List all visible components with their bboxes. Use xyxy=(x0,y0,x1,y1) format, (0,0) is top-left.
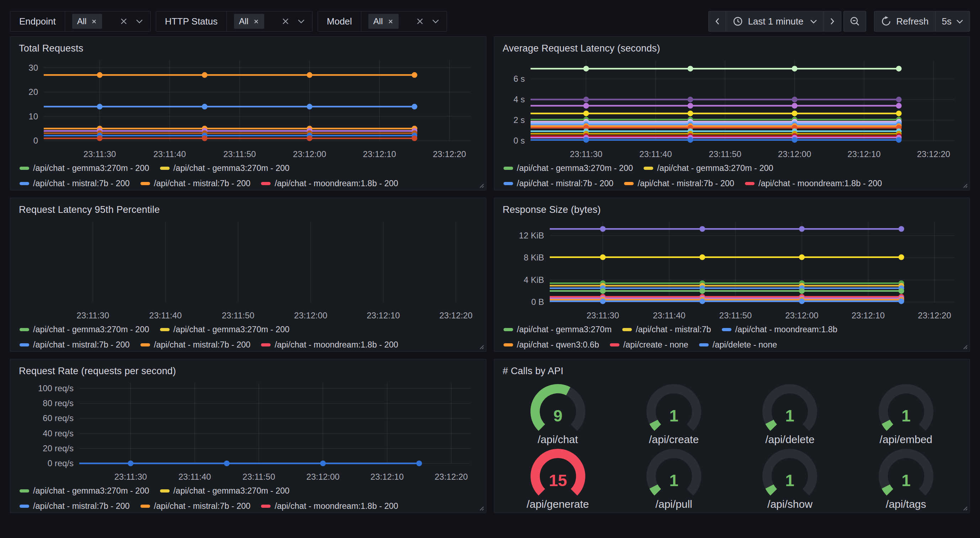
legend-label: /api/chat - gemma3:270m - 200 xyxy=(33,325,150,334)
panel-title[interactable]: Average Request Latency (seconds) xyxy=(503,43,964,54)
legend-item[interactable]: /api/chat - moondream:1.8b - 200 xyxy=(261,179,398,188)
legend-item[interactable]: /api/chat - gemma3:270m - 200 xyxy=(160,163,290,173)
series-point xyxy=(792,111,797,116)
legend-item[interactable]: /api/chat - mistral:7b - 200 xyxy=(140,179,251,188)
panel-resize-handle[interactable] xyxy=(961,505,968,511)
filter-selected-chip[interactable]: All xyxy=(72,14,102,29)
timeseries-chart[interactable]: 23:11:3023:11:4023:11:5023:12:0023:12:10… xyxy=(16,379,480,511)
y-tick-label: 4 KiB xyxy=(523,275,544,285)
panel-title[interactable]: Total Requests xyxy=(19,43,480,54)
legend-item[interactable]: /api/chat - mistral:7b - 200 xyxy=(504,179,614,188)
angle-right-icon xyxy=(830,17,835,26)
legend-item[interactable]: /api/delete - none xyxy=(699,340,777,350)
filter-clear-icon[interactable] xyxy=(416,17,424,25)
timeseries-chart[interactable]: 23:11:3023:11:4023:11:5023:12:0023:12:10… xyxy=(500,217,964,350)
legend-item[interactable]: /api/chat - mistral:7b xyxy=(622,325,711,334)
legend-item[interactable]: /api/chat - moondream:1.8b xyxy=(722,325,837,334)
legend-item[interactable]: /api/chat - gemma3:270m - 200 xyxy=(160,325,290,334)
panel-resize-handle[interactable] xyxy=(478,343,484,350)
chevron-down-icon[interactable] xyxy=(297,19,305,24)
chevron-down-icon[interactable] xyxy=(432,19,439,24)
chart-svg[interactable]: 23:11:3023:11:4023:11:5023:12:0023:12:10… xyxy=(500,217,964,324)
gauge-fill-arc xyxy=(770,486,774,492)
legend-color-chip xyxy=(160,489,170,492)
chart-svg[interactable]: 23:11:3023:11:4023:11:5023:12:0023:12:10… xyxy=(500,56,964,163)
refresh-button[interactable]: Refresh xyxy=(874,11,935,32)
filter-clear-icon[interactable] xyxy=(120,17,128,25)
chevron-down-icon xyxy=(810,19,817,24)
legend-item[interactable]: /api/chat - moondream:1.8b - 200 xyxy=(261,501,398,511)
filter-selected-chip[interactable]: All xyxy=(368,14,399,29)
legend-item[interactable]: /api/chat - mistral:7b - 200 xyxy=(140,340,251,350)
timeseries-chart[interactable]: 23:11:3023:11:4023:11:5023:12:0023:12:10… xyxy=(16,56,480,188)
filter-http-status[interactable]: HTTP Status All xyxy=(156,11,313,32)
chevron-down-icon[interactable] xyxy=(135,19,143,24)
panel-title[interactable]: Response Size (bytes) xyxy=(503,204,964,215)
refresh-interval-dropdown[interactable]: 5s xyxy=(935,11,970,32)
legend-item[interactable]: /api/chat - gemma3:270m - 200 xyxy=(644,163,773,173)
filter-clear-icon[interactable] xyxy=(282,17,290,25)
filter-value-area[interactable]: All xyxy=(227,11,312,31)
legend-item[interactable]: /api/chat - gemma3:270m xyxy=(504,325,612,334)
time-range-picker[interactable]: Last 1 minute xyxy=(726,11,824,32)
legend-item[interactable]: /api/chat - moondream:1.8b - 200 xyxy=(745,179,882,188)
chart-svg[interactable]: 23:11:3023:11:4023:11:5023:12:0023:12:10… xyxy=(16,217,480,324)
legend-label: /api/chat - moondream:1.8b - 200 xyxy=(759,179,882,188)
filter-selected-chip[interactable]: All xyxy=(234,14,264,29)
panel-resize-handle[interactable] xyxy=(478,505,484,511)
legend-item[interactable]: /api/chat - mistral:7b - 200 xyxy=(19,501,130,511)
series-point xyxy=(412,72,417,78)
legend-color-chip xyxy=(19,489,29,492)
filter-value-area[interactable]: All xyxy=(361,11,447,31)
x-tick-label: 23:11:40 xyxy=(153,149,186,159)
filter-endpoint[interactable]: Endpoint All xyxy=(10,11,151,32)
y-tick-label: 10 xyxy=(29,111,38,121)
legend-item[interactable]: /api/chat - moondream:1.8b - 200 xyxy=(261,340,398,350)
series-point xyxy=(583,111,589,116)
legend-item[interactable]: /api/create - none xyxy=(610,340,689,350)
chart-svg[interactable]: 23:11:3023:11:4023:11:5023:12:0023:12:10… xyxy=(16,379,480,486)
legend-color-chip xyxy=(140,505,150,508)
time-shift-back-button[interactable] xyxy=(708,11,726,32)
panel-calls-by-api: # Calls by API 9/api/chat1/api/create1/a… xyxy=(494,359,970,513)
legend-item[interactable]: /api/chat - mistral:7b - 200 xyxy=(624,179,734,188)
chip-remove-icon[interactable] xyxy=(91,19,97,24)
legend-label: /api/chat - mistral:7b - 200 xyxy=(33,340,130,350)
y-tick-label: 20 req/s xyxy=(43,443,73,453)
legend-item[interactable]: /api/chat - qwen3:0.6b xyxy=(504,340,599,350)
gauge-fill-arc xyxy=(886,422,890,427)
filter-value-area[interactable]: All xyxy=(65,11,150,31)
legend-item[interactable]: /api/chat - gemma3:270m - 200 xyxy=(504,163,633,173)
filter-model[interactable]: Model All xyxy=(318,11,447,32)
legend-item[interactable]: /api/chat - mistral:7b - 200 xyxy=(140,501,251,511)
legend-color-chip xyxy=(19,182,29,185)
zoom-out-button[interactable] xyxy=(843,11,866,32)
dashboard-topbar: Endpoint All HTTP Status All xyxy=(0,0,980,36)
x-tick-label: 23:12:20 xyxy=(434,472,468,481)
x-tick-label: 23:11:30 xyxy=(84,149,116,159)
panel-resize-handle[interactable] xyxy=(961,343,968,350)
panel-response-size: Response Size (bytes) 23:11:3023:11:4023… xyxy=(494,198,970,352)
legend-item[interactable]: /api/chat - gemma3:270m - 200 xyxy=(19,163,150,173)
panel-title[interactable]: Request Latency 95th Percentile xyxy=(19,204,480,215)
legend-label: /api/chat - moondream:1.8b - 200 xyxy=(275,179,398,188)
legend-item[interactable]: /api/chat - gemma3:270m - 200 xyxy=(160,486,290,496)
gauge-label: /api/chat xyxy=(538,433,578,446)
timeseries-chart[interactable]: 23:11:3023:11:4023:11:5023:12:0023:12:10… xyxy=(500,56,964,188)
timeseries-chart[interactable]: 23:11:3023:11:4023:11:5023:12:0023:12:10… xyxy=(16,217,480,350)
legend-item[interactable]: /api/chat - mistral:7b - 200 xyxy=(19,340,130,350)
x-tick-label: 23:11:40 xyxy=(150,311,182,320)
x-tick-label: 23:11:30 xyxy=(76,311,109,320)
panel-title[interactable]: # Calls by API xyxy=(503,366,964,377)
panel-title[interactable]: Request Rate (requests per second) xyxy=(19,366,480,377)
chip-remove-icon[interactable] xyxy=(253,19,259,24)
chip-remove-icon[interactable] xyxy=(388,19,394,24)
legend-item[interactable]: /api/chat - mistral:7b - 200 xyxy=(19,179,130,188)
chart-svg[interactable]: 23:11:3023:11:4023:11:5023:12:0023:12:10… xyxy=(16,56,480,163)
panel-resize-handle[interactable] xyxy=(478,182,484,188)
legend-item[interactable]: /api/chat - gemma3:270m - 200 xyxy=(19,325,150,334)
legend-item[interactable]: /api/chat - gemma3:270m - 200 xyxy=(19,486,150,496)
time-shift-forward-button[interactable] xyxy=(824,11,841,32)
panel-total-requests: Total Requests 23:11:3023:11:4023:11:502… xyxy=(10,36,487,190)
panel-resize-handle[interactable] xyxy=(961,182,968,188)
